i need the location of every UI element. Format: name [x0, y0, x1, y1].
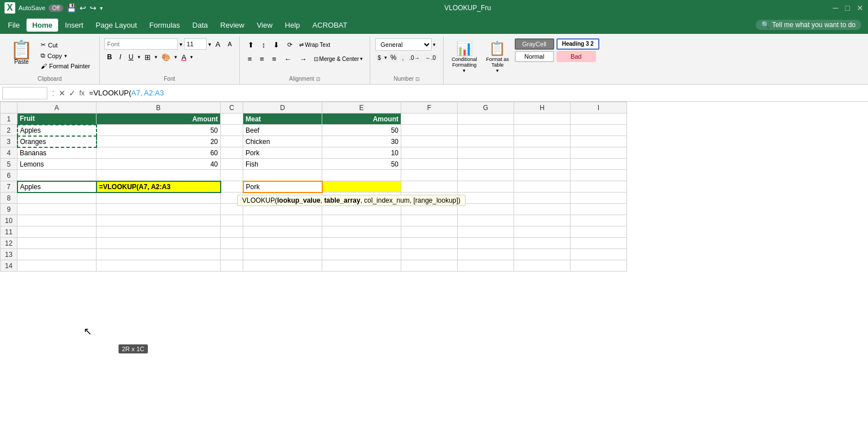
- cell-I6[interactable]: [571, 170, 627, 181]
- menu-item-insert[interactable]: Insert: [59, 19, 89, 32]
- cell-I9[interactable]: [571, 204, 627, 215]
- cell-H1[interactable]: [514, 113, 571, 125]
- cell-E12[interactable]: [322, 238, 401, 249]
- cell-H5[interactable]: [514, 159, 571, 170]
- cell-D7[interactable]: Pork: [243, 181, 322, 193]
- fill-color-dropdown[interactable]: ▾: [174, 54, 177, 60]
- cell-H14[interactable]: [514, 260, 571, 272]
- cell-A14[interactable]: [17, 260, 97, 272]
- cell-I4[interactable]: [571, 147, 627, 159]
- cell-D6[interactable]: [243, 170, 322, 181]
- row-header-1[interactable]: 1: [1, 113, 17, 125]
- cell-A8[interactable]: [17, 193, 97, 204]
- decrease-decimal-button[interactable]: ←.0: [423, 54, 438, 62]
- col-header-I[interactable]: I: [571, 102, 627, 113]
- cell-D14[interactable]: [243, 260, 322, 272]
- row-header-12[interactable]: 12: [1, 238, 17, 249]
- cell-A9[interactable]: [17, 204, 97, 215]
- cell-B6[interactable]: [97, 170, 221, 181]
- cell-H10[interactable]: [514, 215, 571, 226]
- cell-B9[interactable]: [97, 204, 221, 215]
- conditional-formatting-button[interactable]: 📊 ConditionalFormatting ▾: [448, 38, 480, 76]
- cell-F13[interactable]: [401, 249, 458, 260]
- cell-G1[interactable]: [458, 113, 514, 125]
- cell-F5[interactable]: [401, 159, 458, 170]
- cell-G7[interactable]: [458, 181, 514, 193]
- quick-access-dropdown[interactable]: ▾: [100, 5, 103, 11]
- copy-dropdown-icon[interactable]: ▾: [64, 53, 67, 59]
- col-header-C[interactable]: C: [221, 102, 243, 113]
- cell-I1[interactable]: [571, 113, 627, 125]
- menu-item-data[interactable]: Data: [187, 19, 213, 32]
- increase-decimal-button[interactable]: .0→: [407, 54, 422, 62]
- row-header-2[interactable]: 2: [1, 125, 17, 136]
- cell-C1[interactable]: [221, 113, 243, 125]
- cell-G12[interactable]: [458, 238, 514, 249]
- align-left-button[interactable]: ≡: [244, 53, 256, 65]
- cell-G4[interactable]: [458, 147, 514, 159]
- row-header-3[interactable]: 3: [1, 136, 17, 147]
- cell-H11[interactable]: [514, 226, 571, 238]
- minimize-icon[interactable]: ─: [833, 3, 839, 12]
- cell-F6[interactable]: [401, 170, 458, 181]
- cell-C14[interactable]: [221, 260, 243, 272]
- cell-I7[interactable]: [571, 181, 627, 193]
- row-header-8[interactable]: 8: [1, 193, 17, 204]
- cell-H13[interactable]: [514, 249, 571, 260]
- cell-E1[interactable]: Amount: [322, 113, 401, 125]
- row-header-11[interactable]: 11: [1, 226, 17, 238]
- cancel-formula-icon[interactable]: ✕: [59, 89, 65, 98]
- cell-B4[interactable]: 60: [97, 147, 221, 159]
- cell-B10[interactable]: [97, 215, 221, 226]
- heading32-style[interactable]: Heading 3 2: [556, 38, 599, 50]
- menu-item-page-layout[interactable]: Page Layout: [90, 19, 143, 32]
- cell-B5[interactable]: 40: [97, 159, 221, 170]
- cell-G5[interactable]: [458, 159, 514, 170]
- cell-H8[interactable]: [514, 193, 571, 204]
- cell-B11[interactable]: [97, 226, 221, 238]
- bad-style[interactable]: Bad: [556, 51, 596, 62]
- paste-button[interactable]: 📋 Paste: [7, 38, 36, 72]
- cell-I12[interactable]: [571, 238, 627, 249]
- col-header-B[interactable]: B: [97, 102, 221, 113]
- col-header-E[interactable]: E: [322, 102, 401, 113]
- menu-item-review[interactable]: Review: [214, 19, 250, 32]
- fill-color-button[interactable]: 🎨: [159, 53, 173, 62]
- row-header-14[interactable]: 14: [1, 260, 17, 272]
- cell-E3[interactable]: 30: [322, 136, 401, 147]
- insert-function-icon[interactable]: fx: [79, 89, 84, 97]
- cell-A12[interactable]: [17, 238, 97, 249]
- cell-G13[interactable]: [458, 249, 514, 260]
- merge-dropdown[interactable]: ▾: [360, 56, 363, 62]
- font-name-dropdown[interactable]: ▾: [179, 41, 182, 47]
- row-header-7[interactable]: 7: [1, 181, 17, 193]
- cell-A3[interactable]: Oranges: [17, 136, 97, 147]
- menu-item-home[interactable]: Home: [27, 19, 58, 32]
- cell-F10[interactable]: [401, 215, 458, 226]
- cell-I5[interactable]: [571, 159, 627, 170]
- row-header-5[interactable]: 5: [1, 159, 17, 170]
- cell-C2[interactable]: [221, 125, 243, 136]
- cell-E11[interactable]: [322, 226, 401, 238]
- cell-D12[interactable]: [243, 238, 322, 249]
- cell-B1[interactable]: Amount: [97, 113, 221, 125]
- cell-D2[interactable]: Beef: [243, 125, 322, 136]
- confirm-formula-icon[interactable]: ✓: [69, 89, 76, 98]
- cell-I8[interactable]: [571, 193, 627, 204]
- increase-font-size-button[interactable]: A: [213, 38, 223, 50]
- normal-style[interactable]: Normal: [515, 51, 554, 62]
- border-button[interactable]: ⊞: [142, 53, 153, 62]
- cell-B8[interactable]: [97, 193, 221, 204]
- cell-I3[interactable]: [571, 136, 627, 147]
- menu-item-help[interactable]: Help: [279, 19, 306, 32]
- percent-button[interactable]: %: [388, 53, 399, 63]
- cell-I11[interactable]: [571, 226, 627, 238]
- align-bottom-button[interactable]: ⬇: [270, 38, 283, 51]
- bold-button[interactable]: B: [104, 51, 115, 63]
- merge-center-button[interactable]: ⊡ Merge & Center ▾: [312, 53, 366, 65]
- cell-B13[interactable]: [97, 249, 221, 260]
- border-dropdown[interactable]: ▾: [155, 54, 157, 60]
- underline-button[interactable]: U: [126, 51, 137, 63]
- cell-A13[interactable]: [17, 249, 97, 260]
- cell-E5[interactable]: 50: [322, 159, 401, 170]
